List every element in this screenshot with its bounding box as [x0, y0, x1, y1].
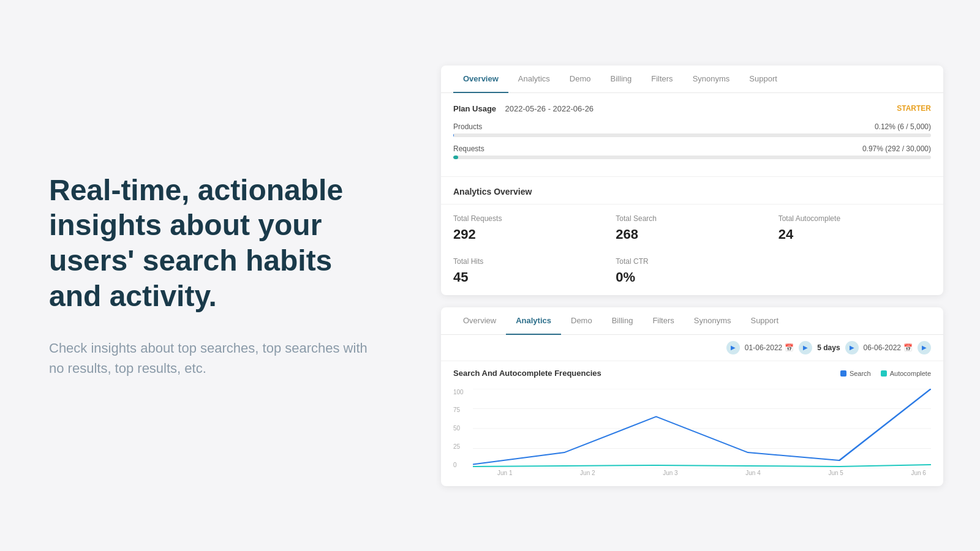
products-progress-fill	[453, 133, 454, 137]
tab-support-2[interactable]: Support	[741, 307, 788, 335]
x-label-jun3: Jun 3	[663, 470, 677, 476]
chart-legend: Search Autocomplete	[840, 370, 931, 377]
calendar-icon-from[interactable]: 📅	[785, 343, 794, 352]
x-label-jun2: Jun 2	[580, 470, 595, 476]
tab-overview-1[interactable]: Overview	[453, 66, 508, 93]
requests-row: Requests 0.97% (292 / 30,000)	[453, 144, 931, 159]
y-label-50: 50	[453, 425, 464, 432]
prev-date-button[interactable]: ▶	[726, 341, 740, 354]
total-hits-value: 45	[453, 269, 606, 285]
total-ctr-label: Total CTR	[616, 257, 768, 266]
chart-controls: ▶ 01-06-2022 📅 ▶ 5 days ▶ 06-06-2022 📅 ▶	[441, 335, 943, 361]
y-label-100: 100	[453, 389, 464, 395]
products-progress-track	[453, 133, 931, 137]
tab-overview-2[interactable]: Overview	[453, 307, 506, 335]
legend-search: Search	[840, 370, 871, 377]
next-date-button[interactable]: ▶	[918, 341, 931, 354]
prev-to-button[interactable]: ▶	[845, 341, 859, 354]
total-search-value: 268	[616, 227, 768, 242]
products-value: 0.12% (6 / 5,000)	[875, 122, 931, 131]
card1-nav-tabs: Overview Analytics Demo Billing Filters …	[441, 66, 943, 93]
autocomplete-line	[473, 465, 931, 467]
total-search-stat: Total Search 268	[616, 214, 768, 242]
total-autocomplete-value: 24	[778, 227, 931, 242]
total-requests-value: 292	[453, 227, 606, 242]
y-label-75: 75	[453, 407, 464, 413]
tab-analytics-2[interactable]: Analytics	[506, 307, 561, 335]
plan-title-group: Plan Usage 2022-05-26 - 2022-06-26	[453, 103, 594, 114]
tab-demo-1[interactable]: Demo	[560, 66, 601, 93]
stats-grid-bottom: Total Hits 45 Total CTR 0%	[441, 252, 943, 295]
total-autocomplete-stat: Total Autocomplete 24	[778, 214, 931, 242]
plan-label: Plan Usage	[453, 104, 496, 113]
days-range: 5 days	[817, 343, 840, 352]
total-ctr-stat: Total CTR 0%	[616, 257, 768, 285]
total-autocomplete-label: Total Autocomplete	[778, 214, 931, 223]
tab-synonyms-1[interactable]: Synonyms	[683, 66, 740, 93]
x-label-jun4: Jun 4	[745, 470, 760, 476]
x-label-jun5: Jun 5	[828, 470, 843, 476]
tab-support-1[interactable]: Support	[739, 66, 787, 93]
analytics-overview-section: Analytics Overview Total Requests 292 To…	[441, 176, 943, 295]
analytics-overview-title: Analytics Overview	[441, 177, 943, 204]
tab-analytics-1[interactable]: Analytics	[508, 66, 560, 93]
requests-value: 0.97% (292 / 30,000)	[862, 144, 931, 153]
requests-label: Requests	[453, 144, 484, 153]
products-row: Products 0.12% (6 / 5,000)	[453, 122, 931, 137]
chart-svg	[473, 389, 931, 468]
requests-progress-fill	[453, 156, 458, 159]
search-line	[473, 389, 931, 465]
chart-title: Search And Autocomplete Frequencies	[453, 369, 601, 378]
tab-billing-1[interactable]: Billing	[601, 66, 642, 93]
x-label-jun1: Jun 1	[497, 470, 512, 476]
date-from: 01-06-2022 📅	[745, 343, 794, 352]
y-axis: 100 75 50 25 0	[453, 389, 464, 468]
tab-filters-2[interactable]: Filters	[643, 307, 684, 335]
requests-progress-track	[453, 156, 931, 159]
date-to: 06-06-2022 📅	[864, 343, 913, 352]
total-requests-label: Total Requests	[453, 214, 606, 223]
products-label: Products	[453, 122, 482, 131]
total-requests-stat: Total Requests 292	[453, 214, 606, 242]
x-axis: Jun 1 Jun 2 Jun 3 Jun 4 Jun 5 Jun 6	[473, 468, 931, 476]
chart-wrapper: 100 75 50 25 0	[453, 389, 931, 476]
plan-usage-body: Plan Usage 2022-05-26 - 2022-06-26 START…	[441, 93, 943, 176]
plan-header: Plan Usage 2022-05-26 - 2022-06-26 START…	[453, 103, 931, 114]
card-plan-usage: Overview Analytics Demo Billing Filters …	[441, 66, 943, 295]
legend-dot-search	[840, 370, 846, 377]
card2-nav-tabs: Overview Analytics Demo Billing Filters …	[441, 307, 943, 335]
stats-grid-top: Total Requests 292 Total Search 268 Tota…	[441, 204, 943, 252]
total-search-label: Total Search	[616, 214, 768, 223]
left-panel: Real-time, actionable insights about you…	[0, 124, 429, 427]
legend-autocomplete: Autocomplete	[881, 370, 931, 377]
tab-demo-2[interactable]: Demo	[561, 307, 602, 335]
main-heading: Real-time, actionable insights about you…	[49, 173, 380, 313]
tab-billing-2[interactable]: Billing	[602, 307, 643, 335]
plan-date: 2022-05-26 - 2022-06-26	[505, 104, 594, 113]
sub-text: Check insights about top searches, top s…	[49, 338, 380, 378]
right-panel: Overview Analytics Demo Billing Filters …	[429, 41, 980, 511]
card-analytics-chart: Overview Analytics Demo Billing Filters …	[441, 307, 943, 486]
total-hits-label: Total Hits	[453, 257, 606, 266]
tab-synonyms-2[interactable]: Synonyms	[684, 307, 741, 335]
total-ctr-value: 0%	[616, 269, 768, 285]
y-label-0: 0	[453, 462, 464, 468]
total-hits-stat: Total Hits 45	[453, 257, 606, 285]
calendar-icon-to[interactable]: 📅	[903, 343, 913, 352]
x-label-jun6: Jun 6	[911, 470, 925, 476]
tab-filters-1[interactable]: Filters	[641, 66, 682, 93]
y-label-25: 25	[453, 443, 464, 450]
chart-section: Search And Autocomplete Frequencies Sear…	[441, 361, 943, 486]
plan-badge: STARTER	[897, 104, 931, 113]
legend-dot-autocomplete	[881, 370, 887, 377]
next-from-button[interactable]: ▶	[799, 341, 812, 354]
